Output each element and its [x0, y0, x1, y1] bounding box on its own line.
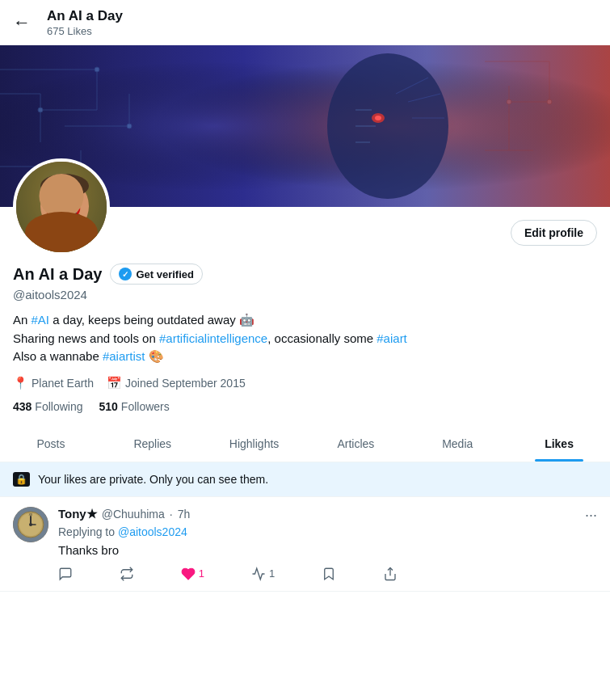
hashtag-artificialintelligence[interactable]: #artificialintelligence [159, 331, 267, 345]
views-action[interactable]: 1 [251, 567, 275, 581]
tweet-author-name: Tony★ [58, 507, 97, 521]
header-title: An AI a Day [47, 8, 123, 24]
tab-highlights[interactable]: Highlights [204, 426, 305, 462]
tweet-text: Thanks bro [58, 542, 597, 559]
svg-point-30 [507, 99, 511, 104]
get-verified-button[interactable]: ✓ Get verified [110, 264, 203, 285]
tweet-time: · [170, 508, 173, 521]
tweet-item: XII Tony★ @Chuuhima · 7h ··· Replying to… [0, 497, 610, 592]
location-icon: 📍 [13, 376, 28, 390]
views-icon [251, 567, 266, 581]
hashtag-ai[interactable]: #AI [32, 313, 50, 327]
svg-rect-32 [16, 162, 107, 252]
following-count: 438 [13, 400, 32, 413]
retweet-action[interactable] [120, 567, 134, 581]
tweet-author-info: Tony★ @Chuuhima · 7h [58, 507, 190, 521]
hashtag-aiart[interactable]: #aiart [377, 331, 407, 345]
verified-icon: ✓ [119, 268, 132, 280]
tab-media[interactable]: Media [406, 426, 508, 462]
profile-handle: @aitools2024 [13, 288, 597, 302]
heart-icon [181, 567, 196, 581]
header-subtitle: 675 Likes [47, 25, 123, 37]
svg-point-15 [327, 53, 448, 199]
like-count: 1 [199, 567, 204, 580]
private-notice: 🔒 Your likes are private. Only you can s… [0, 462, 610, 497]
svg-point-38 [47, 200, 63, 217]
bio-line-2: Sharing news and tools on #artificialint… [13, 330, 597, 348]
svg-point-48 [68, 239, 74, 243]
like-action[interactable]: 1 [181, 567, 204, 581]
header-text: An AI a Day 675 Likes [47, 8, 123, 36]
svg-point-12 [95, 67, 99, 72]
svg-point-29 [547, 99, 552, 104]
tweet-header: Tony★ @Chuuhima · 7h ··· [58, 507, 597, 524]
tab-replies[interactable]: Replies [102, 426, 204, 462]
avatar [13, 158, 110, 255]
profile-tabs: Posts Replies Highlights Articles Media … [0, 426, 610, 462]
header: ← An AI a Day 675 Likes [0, 0, 610, 45]
share-icon [383, 567, 398, 581]
svg-point-43 [52, 205, 58, 212]
tweet-content: Tony★ @Chuuhima · 7h ··· Replying to @ai… [58, 507, 597, 581]
svg-point-42 [64, 201, 78, 216]
verified-label: Get verified [136, 268, 194, 280]
svg-point-41 [48, 201, 62, 216]
joined-text: Joined September 2015 [125, 377, 246, 390]
replying-handle[interactable]: @aitools2024 [118, 525, 187, 538]
edit-profile-button[interactable]: Edit profile [511, 220, 597, 246]
profile-name-row: An AI a Day ✓ Get verified [13, 264, 597, 285]
tweet-more-button[interactable]: ··· [585, 507, 597, 524]
reply-icon [58, 567, 73, 581]
svg-point-13 [38, 108, 43, 112]
tab-posts[interactable]: Posts [0, 426, 102, 462]
follow-stats: 438 Following 510 Followers [13, 400, 597, 413]
bio-line-1: An #AI a day, keeps being outdated away … [13, 311, 597, 330]
followers-label: Followers [121, 400, 170, 413]
followers-count: 510 [99, 400, 118, 413]
views-count: 1 [269, 567, 275, 580]
profile-section: Edit profile An AI a Day ✓ Get verified … [0, 207, 610, 413]
hashtag-aiartist[interactable]: #aiartist [103, 349, 145, 363]
svg-rect-34 [58, 222, 71, 247]
bookmark-icon [322, 567, 336, 581]
bio-line-3: Also a wannabe #aiartist 🎨 [13, 348, 597, 366]
svg-point-54 [29, 523, 32, 526]
svg-point-20 [375, 116, 381, 120]
svg-text:XII: XII [29, 512, 33, 517]
retweet-icon [120, 567, 134, 581]
tweet-avatar[interactable]: XII [13, 507, 48, 542]
back-button[interactable]: ← [13, 12, 31, 33]
tweet-actions: 1 1 [58, 567, 398, 581]
tweet-reply-line: Replying to @aitools2024 [58, 525, 597, 538]
calendar-icon: 📅 [107, 376, 122, 390]
private-notice-text: Your likes are private. Only you can see… [38, 473, 268, 486]
location-text: Planet Earth [32, 377, 94, 390]
following-label: Following [35, 400, 82, 413]
joined-meta: 📅 Joined September 2015 [107, 376, 246, 390]
svg-point-36 [40, 174, 89, 198]
following-stat[interactable]: 438 Following [13, 400, 83, 413]
replying-prefix: Replying to [58, 525, 118, 538]
svg-point-39 [63, 200, 79, 217]
lock-icon: 🔒 [13, 472, 30, 487]
svg-point-33 [28, 222, 101, 252]
tweet-timestamp: 7h [178, 508, 191, 521]
svg-point-35 [40, 179, 89, 233]
svg-point-47 [61, 240, 68, 244]
svg-point-14 [127, 124, 132, 129]
bookmark-action[interactable] [322, 567, 336, 581]
tab-likes[interactable]: Likes [508, 426, 610, 462]
svg-point-45 [48, 236, 81, 249]
followers-stat[interactable]: 510 Followers [99, 400, 170, 413]
tab-articles[interactable]: Articles [305, 426, 406, 462]
tweet-author-handle: @Chuuhima [102, 508, 165, 521]
location-meta: 📍 Planet Earth [13, 376, 94, 390]
profile-name: An AI a Day [13, 265, 102, 284]
share-action[interactable] [383, 567, 398, 581]
profile-bio: An #AI a day, keeps being outdated away … [13, 311, 597, 366]
reply-action[interactable] [58, 567, 73, 581]
profile-meta: 📍 Planet Earth 📅 Joined September 2015 [13, 376, 597, 390]
avatar-image [16, 162, 107, 252]
svg-point-46 [55, 239, 61, 243]
svg-point-37 [47, 210, 82, 230]
